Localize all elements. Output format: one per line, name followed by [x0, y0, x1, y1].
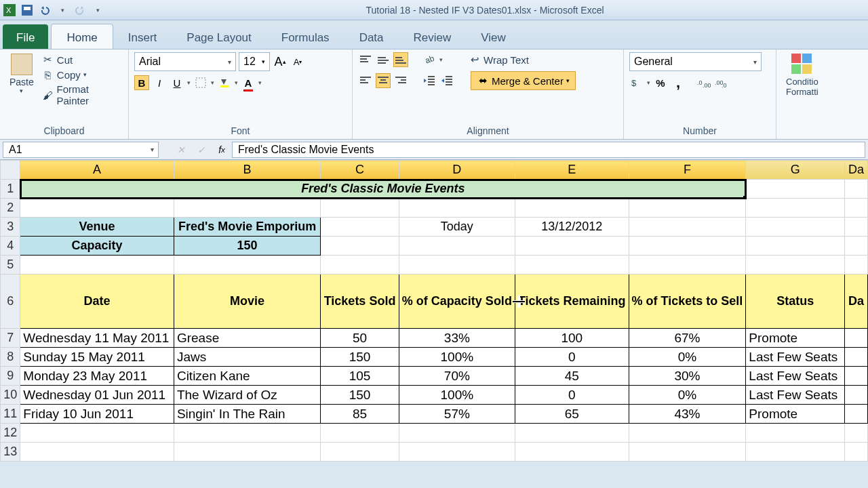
cell-A8[interactable]: Sunday 15 May 2011 — [20, 348, 174, 367]
cell-C4[interactable] — [321, 237, 399, 256]
cell-E2[interactable] — [515, 199, 629, 218]
cell-E12[interactable] — [515, 424, 629, 443]
align-top-button[interactable] — [358, 52, 373, 67]
grow-font-button[interactable]: A▴ — [273, 54, 288, 69]
cell-H5[interactable] — [845, 256, 868, 274]
cell-G8[interactable]: Last Few Seats — [746, 348, 845, 367]
cell-C9[interactable]: 105 — [321, 367, 399, 386]
cell-H11[interactable] — [845, 405, 868, 424]
align-center-button[interactable] — [376, 73, 391, 88]
font-color-button[interactable]: A — [241, 75, 256, 90]
cell-A4[interactable]: Capacity — [20, 237, 174, 256]
percent-format-button[interactable]: % — [653, 75, 668, 90]
cell-G7[interactable]: Promote — [746, 329, 845, 348]
cell-H7[interactable] — [845, 329, 868, 348]
cell-G9[interactable]: Last Few Seats — [746, 367, 845, 386]
fill-handle[interactable] — [743, 196, 746, 199]
cell-B9[interactable]: Citizen Kane — [174, 367, 320, 386]
row-header-4[interactable]: 4 — [1, 237, 20, 256]
cell-G10[interactable]: Last Few Seats — [746, 386, 845, 405]
cell-A3[interactable]: Venue — [20, 218, 174, 237]
decrease-indent-button[interactable] — [422, 73, 437, 88]
row-header-10[interactable]: 10 — [1, 386, 20, 405]
cancel-icon[interactable]: ✕ — [172, 142, 190, 158]
row-header-2[interactable]: 2 — [1, 199, 20, 218]
cell-E5[interactable] — [515, 256, 629, 274]
cell-G1[interactable] — [746, 180, 845, 199]
cell-A12[interactable] — [20, 424, 174, 443]
cell-C2[interactable] — [321, 199, 399, 218]
cell-C8[interactable]: 150 — [321, 348, 399, 367]
cell-C10[interactable]: 150 — [321, 386, 399, 405]
font-color-dropdown[interactable]: ▾ — [258, 79, 262, 86]
cell-A10[interactable]: Wednesday 01 Jun 2011 — [20, 386, 174, 405]
align-right-button[interactable] — [393, 73, 408, 88]
row-header-9[interactable]: 9 — [1, 367, 20, 386]
font-size-select[interactable]: 12▾ — [239, 52, 270, 71]
conditional-formatting-button[interactable]: Conditio Formatti — [782, 52, 823, 98]
cell-E6[interactable]: Tickets Remaining — [515, 274, 629, 329]
row-header-12[interactable]: 12 — [1, 424, 20, 443]
enter-icon[interactable]: ✓ — [193, 142, 210, 158]
insert-function-button[interactable]: fx — [213, 142, 231, 158]
cell-F7[interactable]: 67% — [629, 329, 746, 348]
save-icon[interactable] — [20, 3, 34, 17]
merge-center-button[interactable]: ⬌Merge & Center▾ — [471, 71, 576, 90]
underline-button[interactable]: U — [170, 75, 184, 90]
excel-icon[interactable]: X — [3, 3, 16, 17]
align-middle-button[interactable] — [376, 52, 391, 67]
col-header-H[interactable]: Da — [845, 161, 868, 180]
cell-H1[interactable] — [845, 180, 868, 199]
cell-B2[interactable] — [174, 199, 320, 218]
wrap-text-button[interactable]: ↩Wrap Text — [469, 52, 529, 67]
cell-F3[interactable] — [629, 218, 746, 237]
cell-E4[interactable] — [515, 237, 629, 256]
cell-A13[interactable] — [20, 443, 174, 462]
font-name-select[interactable]: Arial — [134, 52, 236, 71]
cell-C3[interactable] — [321, 218, 399, 237]
fill-color-dropdown[interactable]: ▾ — [235, 79, 238, 86]
cell-G2[interactable] — [746, 199, 845, 218]
row-header-8[interactable]: 8 — [1, 348, 20, 367]
cell-H3[interactable] — [845, 218, 868, 237]
cell-H13[interactable] — [845, 443, 868, 462]
decrease-decimal-button[interactable]: .00.0 — [714, 75, 729, 90]
cell-B12[interactable] — [174, 424, 320, 443]
tab-data[interactable]: Data — [344, 24, 399, 49]
cell-A6[interactable]: Date — [20, 274, 174, 329]
col-header-G[interactable]: G — [746, 161, 845, 180]
tab-insert[interactable]: Insert — [113, 24, 172, 49]
increase-indent-button[interactable] — [439, 73, 454, 88]
cell-C11[interactable]: 85 — [321, 405, 399, 424]
tab-formulas[interactable]: Formulas — [267, 24, 344, 49]
cell-G11[interactable]: Promote — [746, 405, 845, 424]
formula-input[interactable]: Fred's Classic Movie Events — [232, 142, 865, 158]
row-header-7[interactable]: 7 — [1, 329, 20, 348]
tab-view[interactable]: View — [466, 24, 521, 49]
cell-A1[interactable]: Fred's Classic Movie Events — [20, 180, 746, 199]
cell-D3[interactable]: Today — [399, 218, 515, 237]
cell-B7[interactable]: Grease — [174, 329, 320, 348]
cell-B3[interactable]: Fred's Movie Emporium — [174, 218, 320, 237]
col-header-C[interactable]: C — [321, 161, 399, 180]
cut-button[interactable]: ✂Cut — [42, 52, 123, 67]
row-header-13[interactable]: 13 — [1, 443, 20, 462]
fill-color-button[interactable] — [217, 75, 232, 90]
format-painter-button[interactable]: 🖌Format Painter — [42, 82, 123, 108]
row-header-5[interactable]: 5 — [1, 256, 20, 274]
cell-F4[interactable] — [629, 237, 746, 256]
cell-G5[interactable] — [746, 256, 845, 274]
col-header-D[interactable]: D — [399, 161, 515, 180]
undo-icon[interactable] — [38, 3, 52, 17]
cell-D13[interactable] — [399, 443, 515, 462]
cell-G6[interactable]: Status — [746, 274, 845, 329]
cell-F5[interactable] — [629, 256, 746, 274]
cell-H12[interactable] — [845, 424, 868, 443]
cell-H6[interactable]: Da — [845, 274, 868, 329]
cell-A5[interactable] — [20, 256, 174, 274]
cell-D6[interactable]: % of Capacity Sold — [399, 274, 515, 329]
name-box[interactable]: A1 — [3, 142, 159, 158]
align-left-button[interactable] — [358, 73, 373, 88]
col-header-B[interactable]: B — [174, 161, 320, 180]
cell-E7[interactable]: 100 — [515, 329, 629, 348]
